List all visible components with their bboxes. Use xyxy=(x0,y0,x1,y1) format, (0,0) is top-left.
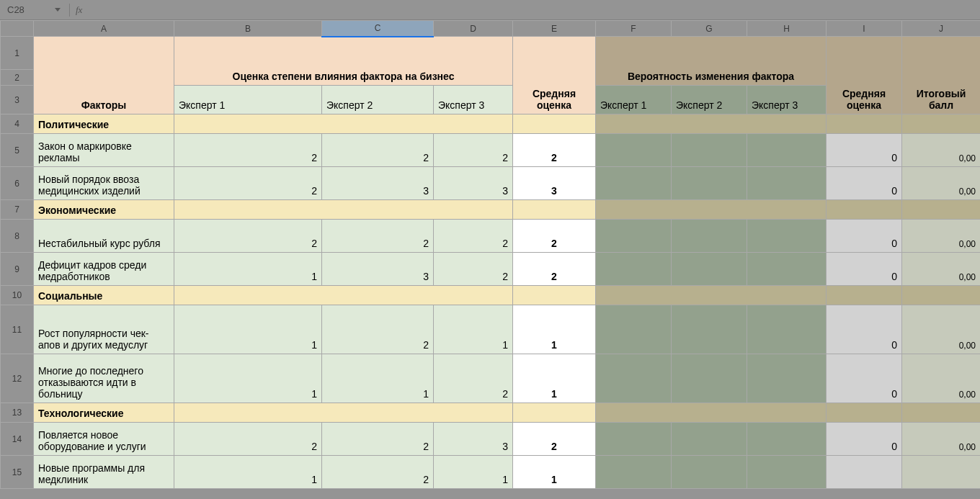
row-header-2[interactable]: 2 xyxy=(1,70,34,86)
cell[interactable] xyxy=(672,423,747,456)
cell[interactable] xyxy=(596,403,827,423)
cell[interactable] xyxy=(513,200,596,220)
cell[interactable] xyxy=(747,220,827,253)
cell[interactable] xyxy=(827,200,902,220)
cell[interactable] xyxy=(596,354,672,403)
name-box[interactable]: C28 xyxy=(0,4,52,15)
cell[interactable]: 1 xyxy=(434,305,513,354)
row-header-12[interactable]: 12 xyxy=(1,354,34,403)
cell[interactable] xyxy=(827,114,902,134)
factor-label[interactable]: Многие до последнего отказываются идти в… xyxy=(34,354,174,403)
header-avg2[interactable]: Средняя оценка xyxy=(827,37,902,114)
select-all-corner[interactable] xyxy=(1,21,34,37)
cell[interactable] xyxy=(827,403,902,423)
cell[interactable] xyxy=(747,423,827,456)
header-exp1[interactable]: Эксперт 1 xyxy=(174,86,322,114)
factor-label[interactable]: Новые программы для медклиник xyxy=(34,456,174,489)
col-header-E[interactable]: E xyxy=(513,21,596,37)
cell[interactable] xyxy=(747,167,827,200)
header-exp1b[interactable]: Эксперт 1 xyxy=(596,86,672,114)
col-header-F[interactable]: F xyxy=(596,21,672,37)
cell[interactable]: 0 xyxy=(827,220,902,253)
cell[interactable]: 2 xyxy=(174,220,322,253)
cell[interactable] xyxy=(902,403,981,423)
cell[interactable]: 2 xyxy=(322,305,434,354)
cell[interactable]: 2 xyxy=(434,220,513,253)
cell[interactable] xyxy=(596,286,827,305)
cell[interactable]: 2 xyxy=(174,167,322,200)
cell[interactable]: 1 xyxy=(434,456,513,489)
cell[interactable] xyxy=(902,200,981,220)
header-exp3b[interactable]: Эксперт 3 xyxy=(747,86,827,114)
cell[interactable] xyxy=(672,134,747,167)
section-economic[interactable]: Экономические xyxy=(34,200,174,220)
cell[interactable] xyxy=(902,286,981,305)
header-factors[interactable]: Факторы xyxy=(34,37,174,114)
cell[interactable] xyxy=(174,114,513,134)
cell[interactable] xyxy=(513,403,596,423)
col-header-D[interactable]: D xyxy=(434,21,513,37)
cell[interactable]: 0 xyxy=(827,134,902,167)
cell[interactable]: 2 xyxy=(434,253,513,286)
fx-icon[interactable]: fx xyxy=(76,4,89,16)
row-header-13[interactable]: 13 xyxy=(1,403,34,423)
cell[interactable] xyxy=(596,305,672,354)
cell[interactable]: 0,00 xyxy=(902,354,981,403)
cell[interactable] xyxy=(827,286,902,305)
cell[interactable] xyxy=(672,305,747,354)
cell[interactable]: 2 xyxy=(513,220,596,253)
header-influence[interactable]: Оценка степени влияния фактора на бизнес xyxy=(174,37,513,86)
cell[interactable]: 2 xyxy=(513,134,596,167)
cell[interactable]: 2 xyxy=(322,220,434,253)
section-political[interactable]: Политические xyxy=(34,114,174,134)
cell[interactable] xyxy=(902,114,981,134)
col-header-I[interactable]: I xyxy=(827,21,902,37)
cell[interactable] xyxy=(672,354,747,403)
col-header-G[interactable]: G xyxy=(672,21,747,37)
factor-label[interactable]: Повляется новое оборудование и услуги xyxy=(34,423,174,456)
cell[interactable] xyxy=(596,253,672,286)
cell[interactable]: 0 xyxy=(827,253,902,286)
cell[interactable] xyxy=(513,114,596,134)
col-header-C[interactable]: C xyxy=(322,21,434,37)
cell[interactable]: 2 xyxy=(322,423,434,456)
header-exp2b[interactable]: Эксперт 2 xyxy=(672,86,747,114)
section-tech[interactable]: Технологические xyxy=(34,403,174,423)
header-probability[interactable]: Вероятность изменения фактора xyxy=(596,37,827,86)
cell[interactable] xyxy=(747,253,827,286)
row-header-11[interactable]: 11 xyxy=(1,305,34,354)
col-header-A[interactable]: A xyxy=(34,21,174,37)
row-header-15[interactable]: 15 xyxy=(1,456,34,489)
cell[interactable]: 1 xyxy=(174,305,322,354)
cell[interactable]: 1 xyxy=(513,305,596,354)
formula-input[interactable] xyxy=(89,0,980,19)
row-header-9[interactable]: 9 xyxy=(1,253,34,286)
cell[interactable]: 0 xyxy=(827,305,902,354)
cell[interactable]: 3 xyxy=(322,167,434,200)
cell[interactable]: 3 xyxy=(322,253,434,286)
cell[interactable] xyxy=(672,456,747,489)
cell[interactable] xyxy=(174,200,513,220)
cell[interactable]: 2 xyxy=(322,134,434,167)
cell[interactable]: 2 xyxy=(174,423,322,456)
row-header-6[interactable]: 6 xyxy=(1,167,34,200)
cell[interactable]: 1 xyxy=(174,253,322,286)
cell[interactable]: 3 xyxy=(434,167,513,200)
cell[interactable]: 0,00 xyxy=(902,134,981,167)
col-header-B[interactable]: B xyxy=(174,21,322,37)
factor-label[interactable]: Рост популярности чек-апов и других меду… xyxy=(34,305,174,354)
cell[interactable] xyxy=(747,305,827,354)
cell[interactable]: 1 xyxy=(322,354,434,403)
cell[interactable]: 0,00 xyxy=(902,253,981,286)
cell[interactable]: 0 xyxy=(827,167,902,200)
cell[interactable] xyxy=(747,456,827,489)
header-exp3[interactable]: Эксперт 3 xyxy=(434,86,513,114)
header-avg1[interactable]: Средняя оценка xyxy=(513,37,596,114)
section-social[interactable]: Социальные xyxy=(34,286,174,305)
row-header-3[interactable]: 3 xyxy=(1,86,34,114)
cell[interactable]: 3 xyxy=(513,167,596,200)
spreadsheet-grid[interactable]: A B C D E F G H I J 1 Факторы Оценка сте… xyxy=(0,20,980,489)
cell[interactable]: 2 xyxy=(322,456,434,489)
cell[interactable] xyxy=(596,167,672,200)
cell[interactable] xyxy=(902,456,981,489)
